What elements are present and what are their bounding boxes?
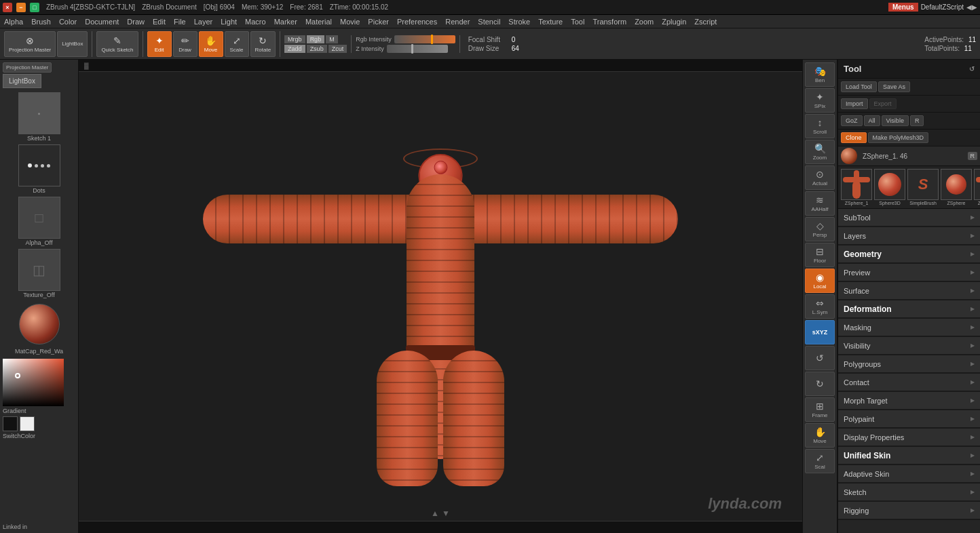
local-btn[interactable]: ◉ Local (805, 269, 835, 293)
scale-tool-btn[interactable]: ⤢ Scal (805, 449, 835, 473)
menu-item-macro[interactable]: Macro (245, 18, 266, 26)
section-header-10[interactable]: Morph Target▶ (838, 392, 980, 410)
zadd-btn[interactable]: Zadd (284, 45, 305, 53)
menu-item-movie[interactable]: Movie (340, 18, 360, 26)
menu-item-document[interactable]: Document (85, 18, 119, 26)
lsym-btn[interactable]: ⇔ L.Sym (805, 294, 835, 319)
zsub-btn[interactable]: Zsub (307, 45, 327, 53)
section-header-13[interactable]: Unified Skin▶ (838, 447, 980, 465)
panel-reset[interactable]: ↺ (969, 65, 975, 73)
projection-master-btn[interactable]: ⊗ Projection Master (4, 31, 56, 57)
section-header-2[interactable]: Geometry▶ (838, 245, 980, 263)
draw-btn[interactable]: ✏ Draw (173, 31, 197, 57)
section-deformation[interactable]: Deformation▶ (838, 300, 980, 319)
menu-item-render[interactable]: Render (445, 18, 470, 26)
zsphere-thumb[interactable]: ZSphere (941, 169, 972, 205)
mrgb-btn[interactable]: Mrgb (284, 35, 305, 43)
export-btn[interactable]: Export (869, 98, 897, 109)
section-header-5[interactable]: Deformation▶ (838, 300, 980, 318)
section-display-properties[interactable]: Display Properties▶ (838, 429, 980, 447)
min-btn[interactable]: − (16, 3, 26, 12)
clone-btn[interactable]: Clone (841, 132, 867, 143)
sphere3d-thumb[interactable]: Sphere3D (874, 169, 905, 205)
menu-item-draw[interactable]: Draw (127, 18, 145, 26)
section-masking[interactable]: Masking▶ (838, 319, 980, 337)
color-picker[interactable]: Gradient SwitchColor (0, 356, 78, 442)
sketch-thumb[interactable]: ▪ (18, 92, 60, 134)
scroll-btn[interactable]: ↕ Scroll (805, 114, 835, 138)
section-sketch[interactable]: Sketch▶ (838, 483, 980, 502)
goz-btn[interactable]: GoZ (841, 115, 863, 126)
section-polygroups[interactable]: Polygroups▶ (838, 355, 980, 374)
section-morph-target[interactable]: Morph Target▶ (838, 392, 980, 410)
canvas-main[interactable] (79, 72, 802, 521)
rgb-intensity-bar[interactable] (394, 35, 455, 43)
rotate-cw-btn[interactable]: ↺ (805, 346, 835, 370)
color-gradient[interactable] (3, 359, 64, 406)
menu-item-file[interactable]: File (174, 18, 186, 26)
frame-btn[interactable]: ⊞ Frame (805, 397, 835, 422)
menu-item-zplugin[interactable]: Zplugin (662, 18, 686, 26)
section-rigging[interactable]: Rigging▶ (838, 502, 980, 520)
menu-item-picker[interactable]: Picker (368, 18, 389, 26)
m-toggle-btn[interactable]: M (326, 35, 338, 43)
section-geometry[interactable]: Geometry▶ (838, 245, 980, 264)
section-polypaint[interactable]: Polypaint▶ (838, 410, 980, 429)
zoom-btn[interactable]: 🔍 Zoom (805, 140, 835, 164)
move-btn[interactable]: ✋ Move (199, 31, 223, 57)
save-as-btn[interactable]: Save As (878, 81, 910, 92)
menu-item-stencil[interactable]: Stencil (478, 18, 500, 26)
section-header-8[interactable]: Polygroups▶ (838, 355, 980, 373)
scale-btn[interactable]: ⤢ Scale (225, 31, 249, 57)
menu-item-layer[interactable]: Layer (194, 18, 213, 26)
draw-size-value[interactable]: 64 (512, 45, 519, 52)
section-header-15[interactable]: Sketch▶ (838, 483, 980, 501)
section-unified-skin[interactable]: Unified Skin▶ (838, 447, 980, 465)
zsphere1b-thumb[interactable]: ZSphere_1 (974, 169, 980, 205)
r-btn[interactable]: R (910, 115, 924, 126)
section-header-6[interactable]: Masking▶ (838, 319, 980, 336)
projection-master-side-btn[interactable]: Projection Master (3, 62, 52, 73)
menu-item-light[interactable]: Light (221, 18, 237, 26)
menu-item-preferences[interactable]: Preferences (397, 18, 437, 26)
section-preview[interactable]: Preview▶ (838, 264, 980, 282)
visible-btn[interactable]: Visible (882, 115, 909, 126)
menu-item-alpha[interactable]: Alpha (4, 18, 23, 26)
section-header-11[interactable]: Polypaint▶ (838, 410, 980, 428)
lightbox-btn[interactable]: LightBox (57, 31, 88, 57)
section-layers[interactable]: Layers▶ (838, 227, 980, 245)
ben-btn[interactable]: 🎭 Ben (805, 62, 835, 87)
section-header-1[interactable]: Layers▶ (838, 227, 980, 245)
tool-r-btn[interactable]: R (968, 152, 978, 160)
menu-item-color[interactable]: Color (59, 18, 77, 26)
alpha-off-thumb[interactable]: □ (18, 197, 60, 239)
zcut-btn[interactable]: Zcut (328, 45, 347, 53)
aahalf-btn[interactable]: ≋ AAHalf (805, 191, 835, 216)
section-header-14[interactable]: Adaptive Skin▶ (838, 465, 980, 483)
menu-item-texture[interactable]: Texture (538, 18, 563, 26)
background-color[interactable] (20, 416, 35, 431)
section-surface[interactable]: Surface▶ (838, 282, 980, 300)
rotate-btn[interactable]: ↻ Rotate (250, 31, 276, 57)
zsphere1-thumb[interactable]: ZSphere_1 (841, 169, 872, 205)
section-header-7[interactable]: Visibility▶ (838, 337, 980, 355)
menu-item-tool[interactable]: Tool (571, 18, 584, 26)
rotate-ccw-btn[interactable]: ↻ (805, 372, 835, 396)
section-header-4[interactable]: Surface▶ (838, 282, 980, 300)
max-btn[interactable]: □ (30, 3, 39, 12)
lightbox-side-btn[interactable]: LightBox (3, 74, 41, 88)
focal-shift-value[interactable]: 0 (512, 36, 516, 43)
move-tool-btn[interactable]: ✋ Move (805, 423, 835, 448)
menu-item-edit[interactable]: Edit (153, 18, 166, 26)
section-subtool[interactable]: SubTool▶ (838, 209, 980, 227)
make-polymesh-btn[interactable]: Make PolyMesh3D (868, 132, 929, 143)
actual-btn[interactable]: ⊙ Actual (805, 165, 835, 190)
simplebrush-thumb[interactable]: S SimpleBrush (907, 169, 939, 205)
section-header-12[interactable]: Display Properties▶ (838, 429, 980, 446)
menu-item-marker[interactable]: Marker (274, 18, 297, 26)
spix-btn[interactable]: ✦ SPix (805, 88, 835, 113)
canvas-area[interactable]: ▓ ▲▼ lynda.com (79, 60, 802, 533)
texture-off-thumb[interactable]: ◫ (18, 249, 60, 291)
load-tool-btn[interactable]: Load Tool (841, 81, 877, 92)
matcap-thumb[interactable] (19, 304, 60, 344)
